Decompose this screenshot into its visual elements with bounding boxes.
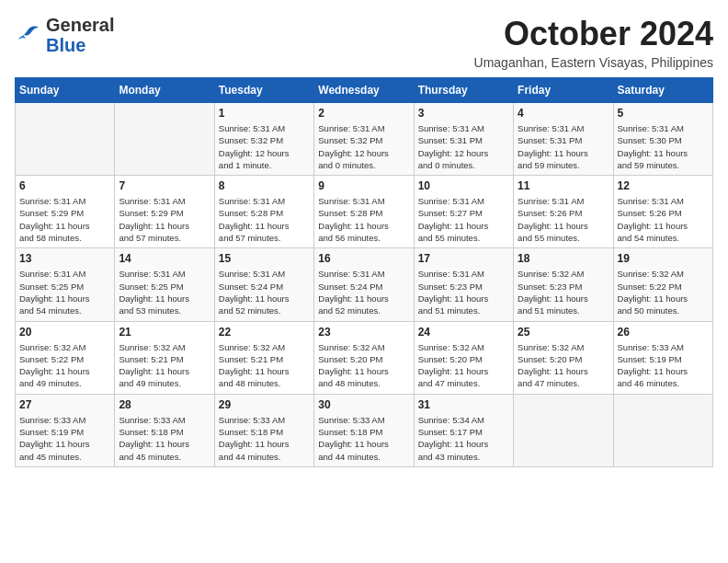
calendar-cell: 2Sunrise: 5:31 AM Sunset: 5:32 PM Daylig… <box>314 103 414 176</box>
month-title: October 2024 <box>474 15 713 53</box>
calendar-week-row: 20Sunrise: 5:32 AM Sunset: 5:22 PM Dayli… <box>16 321 713 394</box>
calendar-cell: 22Sunrise: 5:32 AM Sunset: 5:21 PM Dayli… <box>214 321 313 394</box>
day-number: 21 <box>119 326 210 339</box>
day-number: 18 <box>518 252 609 265</box>
day-info: Sunrise: 5:33 AM Sunset: 5:18 PM Dayligh… <box>219 414 310 463</box>
day-info: Sunrise: 5:31 AM Sunset: 5:24 PM Dayligh… <box>318 268 409 316</box>
calendar-cell: 21Sunrise: 5:32 AM Sunset: 5:21 PM Dayli… <box>115 321 214 394</box>
calendar-cell: 13Sunrise: 5:31 AM Sunset: 5:25 PM Dayli… <box>16 248 115 321</box>
day-number: 31 <box>418 398 509 411</box>
day-info: Sunrise: 5:31 AM Sunset: 5:26 PM Dayligh… <box>518 195 609 244</box>
calendar-cell <box>613 394 712 466</box>
header-cell-thursday: Thursday <box>414 78 513 103</box>
day-number: 28 <box>119 398 210 411</box>
day-number: 16 <box>318 252 409 265</box>
calendar-cell: 11Sunrise: 5:31 AM Sunset: 5:26 PM Dayli… <box>514 176 613 248</box>
day-info: Sunrise: 5:33 AM Sunset: 5:18 PM Dayligh… <box>318 414 409 463</box>
header-cell-tuesday: Tuesday <box>214 78 313 103</box>
day-info: Sunrise: 5:32 AM Sunset: 5:22 PM Dayligh… <box>19 341 110 390</box>
calendar-table: SundayMondayTuesdayWednesdayThursdayFrid… <box>15 77 713 467</box>
day-number: 27 <box>19 398 110 411</box>
day-info: Sunrise: 5:31 AM Sunset: 5:29 PM Dayligh… <box>119 195 210 244</box>
day-number: 24 <box>418 326 509 339</box>
calendar-cell: 3Sunrise: 5:31 AM Sunset: 5:31 PM Daylig… <box>414 103 513 176</box>
calendar-cell: 4Sunrise: 5:31 AM Sunset: 5:31 PM Daylig… <box>514 103 613 176</box>
calendar-cell: 25Sunrise: 5:32 AM Sunset: 5:20 PM Dayli… <box>514 321 613 394</box>
calendar-cell: 15Sunrise: 5:31 AM Sunset: 5:24 PM Dayli… <box>214 248 313 321</box>
day-info: Sunrise: 5:31 AM Sunset: 5:29 PM Dayligh… <box>19 195 110 244</box>
day-number: 10 <box>418 179 509 192</box>
day-info: Sunrise: 5:31 AM Sunset: 5:27 PM Dayligh… <box>418 195 509 244</box>
calendar-cell: 27Sunrise: 5:33 AM Sunset: 5:19 PM Dayli… <box>16 394 115 466</box>
day-info: Sunrise: 5:32 AM Sunset: 5:20 PM Dayligh… <box>518 341 609 390</box>
day-number: 30 <box>318 398 409 411</box>
day-number: 15 <box>219 252 310 265</box>
header-cell-sunday: Sunday <box>16 78 115 103</box>
logo-text-general: General <box>46 15 114 35</box>
calendar-cell: 19Sunrise: 5:32 AM Sunset: 5:22 PM Dayli… <box>613 248 712 321</box>
calendar-cell: 23Sunrise: 5:32 AM Sunset: 5:20 PM Dayli… <box>314 321 414 394</box>
day-info: Sunrise: 5:32 AM Sunset: 5:20 PM Dayligh… <box>318 341 409 390</box>
day-number: 6 <box>19 179 110 192</box>
calendar-week-row: 27Sunrise: 5:33 AM Sunset: 5:19 PM Dayli… <box>16 394 713 466</box>
day-info: Sunrise: 5:31 AM Sunset: 5:23 PM Dayligh… <box>418 268 509 316</box>
header-cell-monday: Monday <box>115 78 214 103</box>
day-number: 2 <box>318 107 409 120</box>
title-area: October 2024 Umaganhan, Eastern Visayas,… <box>474 15 713 70</box>
day-info: Sunrise: 5:31 AM Sunset: 5:31 PM Dayligh… <box>518 122 609 171</box>
calendar-cell: 24Sunrise: 5:32 AM Sunset: 5:20 PM Dayli… <box>414 321 513 394</box>
header-cell-saturday: Saturday <box>613 78 712 103</box>
location-subtitle: Umaganhan, Eastern Visayas, Philippines <box>474 55 713 70</box>
day-info: Sunrise: 5:31 AM Sunset: 5:26 PM Dayligh… <box>618 195 709 244</box>
day-info: Sunrise: 5:33 AM Sunset: 5:18 PM Dayligh… <box>119 414 210 463</box>
day-info: Sunrise: 5:32 AM Sunset: 5:21 PM Dayligh… <box>119 341 210 390</box>
day-number: 26 <box>618 326 709 339</box>
day-info: Sunrise: 5:32 AM Sunset: 5:23 PM Dayligh… <box>518 268 609 316</box>
day-info: Sunrise: 5:32 AM Sunset: 5:21 PM Dayligh… <box>219 341 310 390</box>
day-number: 5 <box>618 107 709 120</box>
calendar-cell: 14Sunrise: 5:31 AM Sunset: 5:25 PM Dayli… <box>115 248 214 321</box>
logo-bird-icon <box>15 23 40 43</box>
day-info: Sunrise: 5:31 AM Sunset: 5:32 PM Dayligh… <box>318 122 409 171</box>
day-number: 25 <box>518 326 609 339</box>
day-info: Sunrise: 5:31 AM Sunset: 5:25 PM Dayligh… <box>119 268 210 316</box>
day-number: 14 <box>119 252 210 265</box>
calendar-cell: 10Sunrise: 5:31 AM Sunset: 5:27 PM Dayli… <box>414 176 513 248</box>
header-cell-wednesday: Wednesday <box>314 78 414 103</box>
day-number: 23 <box>318 326 409 339</box>
calendar-cell: 6Sunrise: 5:31 AM Sunset: 5:29 PM Daylig… <box>16 176 115 248</box>
calendar-week-row: 13Sunrise: 5:31 AM Sunset: 5:25 PM Dayli… <box>16 248 713 321</box>
day-info: Sunrise: 5:32 AM Sunset: 5:20 PM Dayligh… <box>418 341 509 390</box>
logo-text-blue: Blue <box>46 35 114 55</box>
day-number: 7 <box>119 179 210 192</box>
day-info: Sunrise: 5:33 AM Sunset: 5:19 PM Dayligh… <box>19 414 110 463</box>
calendar-cell: 29Sunrise: 5:33 AM Sunset: 5:18 PM Dayli… <box>214 394 313 466</box>
day-number: 11 <box>518 179 609 192</box>
calendar-cell: 20Sunrise: 5:32 AM Sunset: 5:22 PM Dayli… <box>16 321 115 394</box>
calendar-cell: 12Sunrise: 5:31 AM Sunset: 5:26 PM Dayli… <box>613 176 712 248</box>
day-number: 19 <box>618 252 709 265</box>
day-info: Sunrise: 5:32 AM Sunset: 5:22 PM Dayligh… <box>618 268 709 316</box>
day-number: 17 <box>418 252 509 265</box>
day-number: 9 <box>318 179 409 192</box>
calendar-cell: 7Sunrise: 5:31 AM Sunset: 5:29 PM Daylig… <box>115 176 214 248</box>
calendar-body: 1Sunrise: 5:31 AM Sunset: 5:32 PM Daylig… <box>16 103 713 467</box>
calendar-cell: 5Sunrise: 5:31 AM Sunset: 5:30 PM Daylig… <box>613 103 712 176</box>
header-cell-friday: Friday <box>514 78 613 103</box>
calendar-cell: 1Sunrise: 5:31 AM Sunset: 5:32 PM Daylig… <box>214 103 313 176</box>
day-info: Sunrise: 5:34 AM Sunset: 5:17 PM Dayligh… <box>418 414 509 463</box>
calendar-week-row: 1Sunrise: 5:31 AM Sunset: 5:32 PM Daylig… <box>16 103 713 176</box>
calendar-cell: 16Sunrise: 5:31 AM Sunset: 5:24 PM Dayli… <box>314 248 414 321</box>
day-info: Sunrise: 5:31 AM Sunset: 5:30 PM Dayligh… <box>618 122 709 171</box>
day-number: 8 <box>219 179 310 192</box>
calendar-cell <box>16 103 115 176</box>
day-info: Sunrise: 5:31 AM Sunset: 5:28 PM Dayligh… <box>219 195 310 244</box>
calendar-cell <box>514 394 613 466</box>
page-header: General Blue October 2024 Umaganhan, Eas… <box>15 15 713 70</box>
day-info: Sunrise: 5:33 AM Sunset: 5:19 PM Dayligh… <box>618 341 709 390</box>
day-number: 29 <box>219 398 310 411</box>
calendar-cell: 17Sunrise: 5:31 AM Sunset: 5:23 PM Dayli… <box>414 248 513 321</box>
day-number: 12 <box>618 179 709 192</box>
calendar-cell: 28Sunrise: 5:33 AM Sunset: 5:18 PM Dayli… <box>115 394 214 466</box>
calendar-cell: 18Sunrise: 5:32 AM Sunset: 5:23 PM Dayli… <box>514 248 613 321</box>
